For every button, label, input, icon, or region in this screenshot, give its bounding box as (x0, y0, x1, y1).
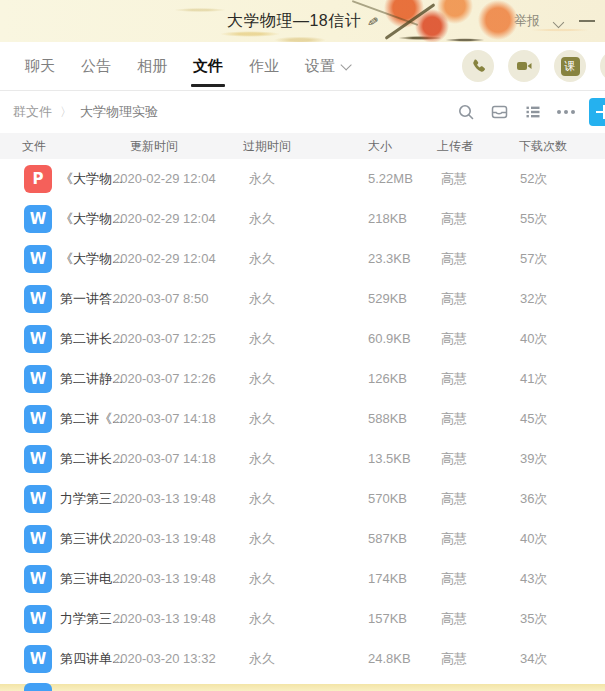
file-updated: 2020-03-07 12:26 (113, 359, 216, 399)
chat-bubble-button[interactable] (600, 50, 605, 82)
file-expires: 永久 (249, 239, 275, 279)
table-row[interactable]: W第四讲单...2020-03-20 13:32永久24.8KB高慧34次 (0, 639, 605, 679)
file-uploader: 高慧 (441, 239, 467, 279)
file-uploader: 高慧 (441, 279, 467, 319)
table-row[interactable]: W力学第三...2020-03-13 19:48永久570KB高慧36次 (0, 479, 605, 519)
more-icon[interactable] (557, 110, 575, 114)
upload-button[interactable] (589, 98, 605, 126)
breadcrumb-root[interactable]: 群文件 (13, 103, 52, 121)
file-downloads: 35次 (520, 599, 547, 639)
breadcrumb-separator: 〉 (60, 104, 72, 121)
search-icon[interactable] (457, 103, 475, 121)
class-icon: 课 (561, 57, 580, 76)
file-uploader: 高慧 (441, 399, 467, 439)
file-size: 5.22MB (368, 159, 413, 199)
inbox-icon[interactable] (490, 103, 509, 121)
file-uploader: 高慧 (441, 559, 467, 599)
table-row[interactable]: W第一讲答...2020-03-07 8:50永久529KB高慧32次 (0, 279, 605, 319)
file-downloads: 32次 (520, 279, 547, 319)
file-type-icon: W (24, 565, 52, 593)
col-uploader[interactable]: 上传者 (437, 133, 473, 159)
breadcrumb: 群文件 〉 大学物理实验 (0, 103, 158, 121)
breadcrumb-current: 大学物理实验 (80, 103, 158, 121)
tab-album[interactable]: 相册 (124, 42, 180, 91)
table-row[interactable]: P《大学物...2020-02-29 12:04永久5.22MB高慧52次 (0, 159, 605, 199)
video-call-button[interactable] (508, 50, 540, 82)
file-uploader: 高慧 (441, 519, 467, 559)
file-type-icon: W (24, 325, 52, 353)
file-type-icon: P (24, 165, 52, 193)
table-row[interactable]: W第二讲长...2020-03-07 14:18永久13.5KB高慧39次 (0, 439, 605, 479)
table-row[interactable]: W第三讲电...2020-03-13 19:48永久174KB高慧43次 (0, 559, 605, 599)
file-size: 588KB (368, 399, 407, 439)
file-updated: 2020-02-29 12:04 (113, 199, 216, 239)
report-link[interactable]: 举报 (514, 12, 540, 30)
list-view-icon[interactable] (524, 103, 542, 121)
file-type-icon: W (24, 205, 52, 233)
tab-settings[interactable]: 设置 (292, 42, 361, 91)
file-size: 218KB (368, 199, 407, 239)
titlebar: 大学物理—18信计 ✎ 举报 (0, 0, 605, 42)
bottom-edge-bar (0, 684, 605, 691)
chevron-down-icon (340, 59, 351, 70)
breadcrumb-toolbar-row: 群文件 〉 大学物理实验 (0, 91, 605, 133)
file-uploader: 高慧 (441, 159, 467, 199)
file-size: 174KB (368, 559, 407, 599)
file-type-icon: W (24, 485, 52, 513)
file-uploader: 高慧 (441, 599, 467, 639)
file-uploader: 高慧 (441, 199, 467, 239)
table-row[interactable]: W第二讲静...2020-03-07 12:26永久126KB高慧41次 (0, 359, 605, 399)
col-expires[interactable]: 过期时间 (243, 133, 291, 159)
file-size: 529KB (368, 279, 407, 319)
voice-call-icon (470, 58, 487, 75)
file-uploader: 高慧 (441, 439, 467, 479)
tab-files[interactable]: 文件 (180, 42, 236, 91)
tabs: 聊天 公告 相册 文件 作业 设置 (0, 42, 361, 91)
file-updated: 2020-03-20 13:32 (113, 639, 216, 679)
file-updated: 2020-02-29 12:04 (113, 239, 216, 279)
file-type-icon: W (24, 645, 52, 673)
tab-homework[interactable]: 作业 (236, 42, 292, 91)
col-downloads[interactable]: 下载次数 (519, 133, 567, 159)
file-size: 23.3KB (368, 239, 411, 279)
file-type-icon: W (24, 605, 52, 633)
file-expires: 永久 (249, 359, 275, 399)
group-title: 大学物理—18信计 (227, 11, 361, 32)
file-downloads: 52次 (520, 159, 547, 199)
table-row[interactable]: W第二讲《...2020-03-07 14:18永久588KB高慧45次 (0, 399, 605, 439)
tab-announcements[interactable]: 公告 (68, 42, 124, 91)
col-updated[interactable]: 更新时间 (130, 133, 142, 159)
file-type-icon: W (24, 245, 52, 273)
file-type-icon: W (24, 285, 52, 313)
table-row[interactable]: W《大学物...2020-02-29 12:04永久218KB高慧55次 (0, 199, 605, 239)
table-row[interactable]: W《大学物...2020-02-29 12:04永久23.3KB高慧57次 (0, 239, 605, 279)
voice-call-button[interactable] (462, 50, 494, 82)
file-expires: 永久 (249, 599, 275, 639)
tab-chat[interactable]: 聊天 (12, 42, 68, 91)
qq-group-window: 大学物理—18信计 ✎ 举报 聊天 公告 相册 文件 作业 设置 (0, 0, 605, 691)
file-size: 570KB (368, 479, 407, 519)
file-expires: 永久 (249, 279, 275, 319)
class-button[interactable]: 课 (554, 50, 586, 82)
file-updated: 2020-03-13 19:48 (113, 519, 216, 559)
table-row[interactable]: W第三讲伏...2020-03-13 19:48永久587KB高慧40次 (0, 519, 605, 559)
minimize-button[interactable] (579, 20, 595, 22)
table-row[interactable]: W第二讲长...2020-03-07 12:25永久60.9KB高慧40次 (0, 319, 605, 359)
table-row[interactable]: W力学第三...2020-03-13 19:48永久157KB高慧35次 (0, 599, 605, 639)
file-updated: 2020-03-13 19:48 (113, 479, 216, 519)
file-expires: 永久 (249, 199, 275, 239)
file-downloads: 43次 (520, 559, 547, 599)
file-downloads: 57次 (520, 239, 547, 279)
video-call-icon (515, 57, 533, 75)
file-table-header: 文件 更新时间 过期时间 大小 上传者 下载次数 (0, 133, 605, 159)
file-expires: 永久 (249, 159, 275, 199)
file-downloads: 55次 (520, 199, 547, 239)
chevron-down-icon[interactable] (554, 16, 565, 27)
edit-title-icon[interactable]: ✎ (364, 14, 381, 27)
col-file[interactable]: 文件 (22, 133, 46, 159)
file-type-icon: W (24, 405, 52, 433)
col-size[interactable]: 大小 (368, 133, 392, 159)
file-uploader: 高慧 (441, 479, 467, 519)
file-updated: 2020-03-13 19:48 (113, 599, 216, 639)
file-expires: 永久 (249, 519, 275, 559)
